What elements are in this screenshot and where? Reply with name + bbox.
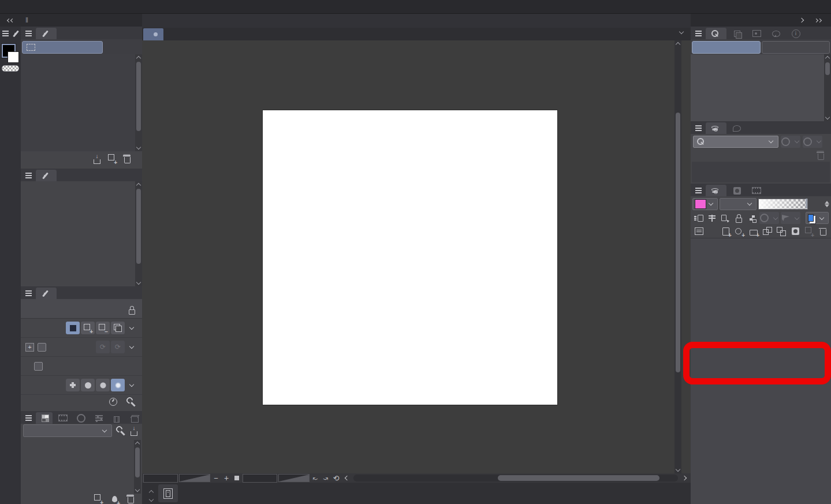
create-new-selection-button[interactable] — [66, 322, 80, 334]
brush-size-tab[interactable] — [36, 170, 57, 181]
set-ruler-button[interactable] — [781, 212, 800, 224]
rotation-slider[interactable] — [278, 474, 310, 482]
toolbar-menu-icon[interactable] — [1, 29, 10, 38]
quick-access-tab[interactable] — [706, 28, 726, 39]
new-layer-settings-icon[interactable] — [734, 226, 746, 237]
material-tab[interactable] — [728, 28, 746, 39]
scrollbar-thumb[interactable] — [135, 447, 140, 477]
tool-property-tab[interactable] — [36, 288, 57, 299]
quick-access-scrollbar[interactable] — [824, 54, 831, 121]
document-canvas[interactable] — [263, 110, 557, 405]
antialias-none-button[interactable] — [66, 379, 80, 391]
copy-subtool-icon[interactable] — [106, 153, 118, 165]
antialias-weak-button[interactable] — [81, 379, 95, 391]
collapse-down-icon[interactable] — [146, 494, 157, 504]
color-set-select[interactable] — [23, 424, 112, 437]
subtool-panel-menu-icon[interactable] — [22, 28, 35, 39]
scroll-down-icon[interactable] — [824, 114, 831, 121]
info-tab[interactable] — [787, 28, 805, 39]
creation-method-expand-icon[interactable] — [126, 322, 137, 334]
scrollbar-thumb[interactable] — [498, 475, 659, 481]
add-selection-button[interactable] — [81, 322, 95, 334]
layer-palette-color-select[interactable] — [692, 198, 718, 210]
intersect-selection-button[interactable] — [111, 322, 125, 334]
aspect-percent-button[interactable] — [96, 341, 110, 353]
aspect-checkbox[interactable] — [38, 343, 46, 352]
animation-cel-tab[interactable] — [728, 122, 748, 134]
scrollbar-thumb[interactable] — [825, 62, 830, 75]
layer-color-select[interactable] — [806, 212, 829, 224]
antialias-strong-button[interactable] — [111, 379, 125, 391]
canvas-vertical-scrollbar[interactable] — [675, 40, 681, 473]
color-set-menu-icon[interactable] — [22, 412, 35, 424]
document-tab[interactable] — [143, 28, 163, 40]
scroll-up-icon[interactable] — [675, 40, 681, 47]
timeline-tab[interactable] — [747, 185, 766, 196]
background-color-swatch[interactable] — [8, 51, 19, 63]
color-set-scrollbar[interactable] — [134, 440, 141, 494]
layer-tab[interactable] — [706, 185, 726, 196]
zoom-in-button[interactable] — [222, 474, 231, 482]
select-searched-layers-button[interactable] — [781, 136, 800, 148]
import-subtool-icon[interactable] — [91, 153, 103, 165]
deselect-searched-layers-button[interactable] — [803, 136, 822, 148]
panel-divider-handle[interactable]: ‖ — [25, 16, 28, 24]
adjust-angle-checkbox[interactable] — [34, 362, 43, 371]
tool-property-menu-icon[interactable] — [22, 288, 35, 299]
import-color-set-icon[interactable] — [128, 425, 140, 436]
quick-access-menu-icon[interactable] — [692, 28, 705, 39]
aspect-expand-button[interactable]: + — [25, 343, 34, 352]
reset-view-button[interactable] — [331, 474, 341, 482]
color-history-tab[interactable] — [125, 412, 142, 424]
enable-mask-button[interactable] — [759, 212, 779, 224]
lock-icon[interactable] — [126, 304, 137, 316]
delete-layer-icon[interactable] — [815, 150, 826, 161]
layer-filter-select[interactable] — [693, 136, 778, 148]
scroll-up-icon[interactable] — [135, 54, 142, 61]
layer-list-view-icon[interactable] — [693, 226, 705, 237]
scroll-right-icon[interactable] — [680, 474, 690, 482]
replace-color-icon[interactable] — [109, 493, 120, 504]
scrollbar-thumb[interactable] — [136, 62, 141, 131]
canvas-horizontal-scrollbar[interactable] — [353, 475, 678, 481]
reference-layer-icon[interactable] — [706, 212, 718, 224]
new-folder-icon[interactable] — [748, 226, 759, 237]
scroll-up-icon[interactable] — [135, 181, 142, 188]
rotate-right-button[interactable] — [321, 474, 330, 482]
canvas-area[interactable] — [142, 40, 691, 473]
tab-list-chevron-icon[interactable] — [676, 27, 687, 38]
subtool-scrollbar[interactable] — [135, 54, 142, 151]
delete-subtool-icon[interactable] — [121, 153, 133, 165]
scrollbar-thumb[interactable] — [676, 113, 680, 372]
layer-panel-menu-icon[interactable] — [692, 185, 705, 196]
zoom-value[interactable] — [143, 474, 178, 483]
zoom-100-button[interactable] — [232, 474, 241, 482]
add-color-icon[interactable] — [92, 493, 104, 504]
rotation-value[interactable] — [243, 474, 277, 483]
layer-search-menu-icon[interactable] — [692, 122, 705, 134]
scroll-up-icon[interactable] — [824, 54, 831, 61]
scroll-down-icon[interactable] — [675, 466, 681, 473]
collapse-status-bar-icon[interactable] — [342, 474, 351, 482]
scroll-down-icon[interactable] — [135, 144, 142, 151]
zoom-slider[interactable] — [179, 474, 210, 482]
draft-layer-icon[interactable] — [720, 212, 731, 224]
navigator-button[interactable] — [158, 484, 178, 502]
rotate-left-button[interactable] — [311, 474, 320, 482]
lock-layer-icon[interactable] — [733, 212, 744, 224]
brush-size-menu-icon[interactable] — [22, 170, 35, 181]
color-set-tab[interactable] — [36, 412, 53, 424]
color-mixing-tab[interactable] — [107, 412, 124, 424]
merge-with-lower-layer-icon[interactable] — [776, 226, 787, 237]
opacity-slider-handle[interactable] — [806, 199, 807, 208]
opacity-slider[interactable] — [758, 199, 808, 210]
intermediate-color-tab[interactable] — [54, 412, 70, 424]
create-layer-mask-icon[interactable] — [789, 226, 801, 237]
aspect-expand-icon[interactable] — [126, 341, 137, 353]
subtool-group-tab-selection[interactable] — [22, 41, 103, 54]
color-slider-tab[interactable] — [90, 412, 106, 424]
transfer-to-lower-layer-icon[interactable] — [762, 226, 773, 237]
expand-right-icon[interactable] — [796, 14, 808, 26]
subtool-tab[interactable] — [36, 28, 57, 39]
blend-mode-select[interactable] — [720, 198, 757, 210]
